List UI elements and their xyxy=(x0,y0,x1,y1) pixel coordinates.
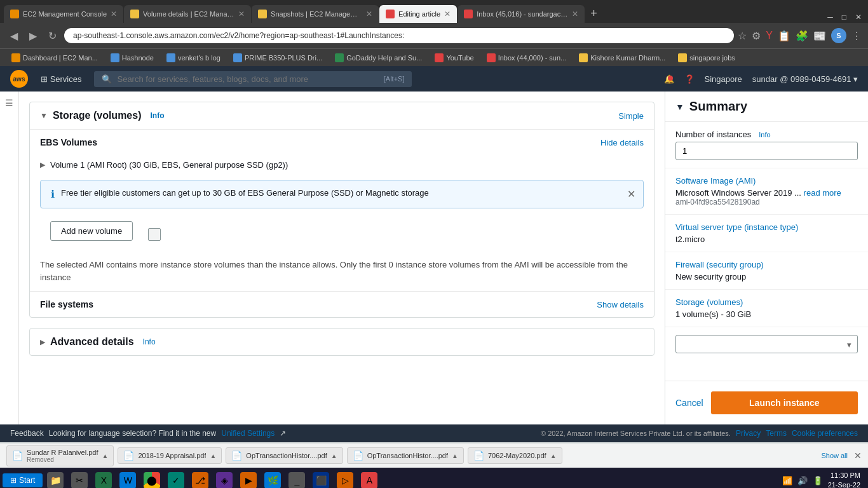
bookmark-inbox[interactable]: Inbox (44,000) - sun... xyxy=(482,52,572,64)
start-button[interactable]: ⊞ Start xyxy=(3,473,43,487)
bookmark-kishore[interactable]: Kishore Kumar Dharm... xyxy=(574,52,670,64)
cancel-button[interactable]: Cancel xyxy=(675,393,703,413)
tab-close-snapshots[interactable]: ✕ xyxy=(366,10,372,18)
screenshot-icon[interactable]: 📋 xyxy=(778,30,790,42)
tray-network-icon[interactable]: 📶 xyxy=(782,476,792,485)
taskbar-app-rdp[interactable]: ⬛ xyxy=(309,469,332,488)
hide-details-link[interactable]: Hide details xyxy=(600,138,644,147)
aws-services-menu[interactable]: ⊞ Services xyxy=(36,74,86,84)
help-icon[interactable]: ❓ xyxy=(684,74,695,84)
ami-read-more-link[interactable]: read more xyxy=(804,188,841,198)
taskbar-app-sourcetree[interactable]: 🌿 xyxy=(261,469,284,488)
tab-close-volume[interactable]: ✕ xyxy=(238,10,245,18)
tab-ec2[interactable]: EC2 Management Console ✕ xyxy=(4,5,123,23)
new-tab-button[interactable]: + xyxy=(585,7,602,20)
instance-type-label[interactable]: Virtual server type (instance type) xyxy=(675,222,858,232)
address-bar[interactable] xyxy=(64,28,734,43)
bookmark-prime[interactable]: PRIME B350-PLUS Dri... xyxy=(228,52,327,64)
tab-close-editing[interactable]: ✕ xyxy=(444,10,451,18)
taskbar-app-file-explorer[interactable]: 📁 xyxy=(44,469,67,488)
refresh-button[interactable]: ↻ xyxy=(44,27,60,44)
system-clock[interactable]: 11:30 PM 21-Sep-22 xyxy=(828,471,860,488)
storage-toggle-arrow[interactable]: ▼ xyxy=(40,111,48,120)
yandex-icon[interactable]: Y xyxy=(766,30,773,41)
cookie-link[interactable]: Cookie preferences xyxy=(792,429,858,438)
simple-link[interactable]: Simple xyxy=(618,111,644,121)
profile-icon[interactable]: S xyxy=(831,28,846,43)
volume-expand-icon[interactable]: ▶ xyxy=(40,161,45,169)
download-item-3[interactable]: 📄 OpTransactionHistor....pdf ▲ xyxy=(347,447,464,464)
bookmark-star-icon[interactable]: ☆ xyxy=(738,30,747,42)
reader-mode-icon[interactable]: 📰 xyxy=(813,30,826,42)
tray-volume-icon[interactable]: 🔊 xyxy=(797,476,808,485)
download-item-1[interactable]: 📄 2018-19 Appraisal.pdf ▲ xyxy=(118,447,222,464)
taskbar-app-todo[interactable]: ✓ xyxy=(165,469,187,488)
aws-search-bar[interactable]: 🔍 [Alt+S] xyxy=(94,71,412,87)
terms-link[interactable]: Terms xyxy=(766,429,787,438)
tab-volume[interactable]: Volume details | EC2 Management... ✕ xyxy=(124,5,251,23)
taskbar-app-acrobat[interactable]: A xyxy=(358,469,381,488)
firewall-label[interactable]: Firewall (security group) xyxy=(675,260,858,269)
download-chevron-0[interactable]: ▲ xyxy=(102,452,109,459)
launch-instance-button[interactable]: Launch instance xyxy=(711,391,858,414)
hamburger-icon[interactable]: ☰ xyxy=(5,98,13,108)
taskbar-app-excel[interactable]: X xyxy=(92,469,115,488)
bookmark-hashnode[interactable]: Hashnode xyxy=(105,52,159,64)
storage-summary-label[interactable]: Storage (volumes) xyxy=(675,297,858,307)
taskbar-app-chrome[interactable]: ⬤ xyxy=(140,469,163,488)
download-chevron-3[interactable]: ▲ xyxy=(452,452,458,459)
tab-favicon-volume xyxy=(130,10,139,18)
download-chevron-1[interactable]: ▲ xyxy=(210,452,216,459)
show-all-downloads-button[interactable]: Show all xyxy=(821,452,848,459)
taskbar-app-vlc[interactable]: ▷ xyxy=(334,469,356,488)
puzzle-icon[interactable]: 🧩 xyxy=(796,30,808,42)
extensions-icon[interactable]: ⚙ xyxy=(752,30,761,42)
info-banner-close[interactable]: ✕ xyxy=(627,188,635,200)
download-item-2[interactable]: 📄 OpTransactionHistor....pdf ▲ xyxy=(226,447,342,464)
account-label[interactable]: sundar @ 0989-0459-4691 ▾ xyxy=(752,74,858,84)
bookmark-singapore-jobs[interactable]: singapore jobs xyxy=(673,52,740,64)
tray-battery-icon[interactable]: 🔋 xyxy=(813,476,823,485)
tab-close-window[interactable]: ✕ xyxy=(853,11,864,23)
download-item-0[interactable]: 📄 Sundar R Palanivel.pdf Removed ▲ xyxy=(6,445,114,466)
tab-close-inbox[interactable]: ✕ xyxy=(572,10,578,18)
bookmark-godaddy[interactable]: GoDaddy Help and Su... xyxy=(330,52,427,64)
num-instances-info-link[interactable]: Info xyxy=(759,131,770,139)
ami-label[interactable]: Software Image (AMI) xyxy=(675,176,858,186)
unified-settings-link[interactable]: Unified Settings xyxy=(221,429,275,438)
download-chevron-2[interactable]: ▲ xyxy=(331,452,337,459)
region-selector[interactable]: Singapore xyxy=(705,74,742,84)
bookmark-youtube[interactable]: YouTube xyxy=(430,52,478,64)
show-details-link[interactable]: Show details xyxy=(597,300,644,309)
feedback-label[interactable]: Feedback xyxy=(10,429,44,438)
menu-icon[interactable]: ⋮ xyxy=(851,30,862,42)
advanced-info-link[interactable]: Info xyxy=(143,337,156,346)
add-new-volume-button[interactable]: Add new volume xyxy=(50,221,133,241)
tab-editing[interactable]: Editing article ✕ xyxy=(379,5,457,23)
taskbar-app-postman[interactable]: ▶ xyxy=(237,469,260,488)
tab-maximize[interactable]: □ xyxy=(839,11,849,23)
privacy-link[interactable]: Privacy xyxy=(736,429,761,438)
summary-dropdown[interactable] xyxy=(675,335,858,353)
storage-info-link[interactable]: Info xyxy=(150,111,164,120)
download-bar-close[interactable]: ✕ xyxy=(854,451,862,461)
num-instances-input[interactable] xyxy=(675,142,858,160)
tab-minimize[interactable]: ─ xyxy=(825,11,836,23)
taskbar-app-terminal[interactable]: _ xyxy=(285,469,308,488)
forward-button[interactable]: ▶ xyxy=(25,27,41,44)
tab-inbox[interactable]: Inbox (45,016) - sundargac@gma... ✕ xyxy=(458,5,585,23)
taskbar-app-vscode[interactable]: ◈ xyxy=(213,469,236,488)
taskbar-app-word[interactable]: W xyxy=(116,469,139,488)
bookmark-dashboard[interactable]: Dashboard | EC2 Man... xyxy=(6,52,103,64)
download-chevron-4[interactable]: ▲ xyxy=(550,452,557,459)
taskbar-app-git[interactable]: ⎇ xyxy=(189,469,212,488)
tab-snapshots[interactable]: Snapshots | EC2 Management Con... ✕ xyxy=(252,5,379,23)
advanced-toggle-arrow[interactable]: ▶ xyxy=(40,338,45,346)
taskbar-app-scissors[interactable]: ✂ xyxy=(68,469,91,488)
bookmark-venket[interactable]: venket's b log xyxy=(161,52,226,64)
back-button[interactable]: ◀ xyxy=(6,27,22,44)
tab-close-ec2[interactable]: ✕ xyxy=(111,10,117,18)
sidebar-toggle[interactable]: ☰ xyxy=(0,92,19,424)
search-input[interactable] xyxy=(117,74,378,84)
download-item-4[interactable]: 📄 7062-May2020.pdf ▲ xyxy=(468,447,562,464)
